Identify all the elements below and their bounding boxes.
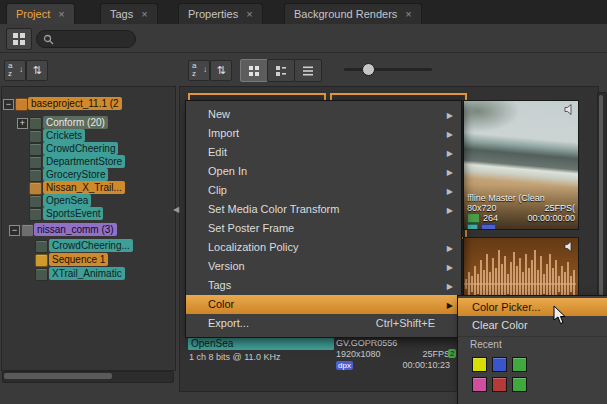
tree-row[interactable]: CrowdCheering...	[0, 239, 175, 252]
sort-order-icon: ⇅	[216, 64, 225, 76]
tree-row[interactable]: Nissan_X_Trail...	[0, 181, 175, 194]
slider-thumb[interactable]	[362, 63, 375, 76]
tree-row[interactable]: − baseproject_11.1 (2	[0, 97, 175, 110]
menu-item-import[interactable]: Import ▶	[186, 124, 461, 143]
count-badge: 2	[448, 349, 456, 358]
color-swatch[interactable]	[512, 357, 527, 372]
tab-properties[interactable]: Properties ×	[178, 3, 263, 24]
tree-row[interactable]: Crickets	[0, 129, 175, 142]
menu-item-localization-policy[interactable]: Localization Policy ▶	[186, 238, 461, 257]
horizontal-scrollbar[interactable]	[2, 371, 174, 383]
menu-item-label: Color	[208, 298, 234, 310]
submenu-arrow-icon: ▶	[447, 163, 453, 182]
grid-icon	[13, 33, 25, 45]
close-icon[interactable]: ×	[405, 9, 411, 20]
tree-item-label[interactable]: Conform (20)	[43, 116, 108, 129]
tree-row[interactable]: GroceryStore	[0, 168, 175, 181]
speaker-icon	[564, 241, 575, 252]
video-clip-thumbnail[interactable]: ffline Master (Clean 80x720 25FPS( 264 0…	[463, 100, 579, 230]
submenu-item-clear-color[interactable]: Clear Color	[458, 316, 607, 334]
tree-item-label[interactable]: XTrail_Animatic	[49, 267, 125, 280]
expander-icon[interactable]: −	[3, 99, 14, 110]
search-box[interactable]	[36, 30, 136, 48]
clip-timecode: 00:00:10:23	[402, 360, 450, 370]
menu-item-color[interactable]: Color ▶	[186, 295, 461, 314]
clip-title-overlay: ffline Master (Clean	[464, 193, 578, 203]
tree-row[interactable]: + Conform (20)	[0, 116, 175, 129]
clip-timecode: 00:00:00:00	[527, 213, 575, 223]
expander-icon[interactable]: −	[9, 225, 20, 236]
tree-item-label[interactable]: SportsEvent	[43, 207, 103, 220]
tag-chip	[467, 224, 478, 230]
clip-resolution: 80x720	[467, 203, 497, 213]
speaker-icon	[564, 104, 575, 115]
collapse-panel-arrow[interactable]: ◀	[173, 205, 179, 214]
tree-item-label[interactable]: Nissan_X_Trail...	[43, 181, 125, 194]
view-list-button[interactable]	[294, 59, 322, 82]
tree-row[interactable]: − nissan_comm (3)	[0, 223, 175, 236]
menu-item-set-poster-frame[interactable]: Set Poster Frame	[186, 219, 461, 238]
tree-row[interactable]: Sequence 1	[0, 253, 175, 266]
tree-row[interactable]: SportsEvent	[0, 207, 175, 220]
close-icon[interactable]: ×	[58, 9, 64, 20]
sort-alpha-button[interactable]: a z ↓	[4, 60, 26, 81]
thumbnail-size-slider[interactable]	[344, 68, 432, 71]
menu-item-version[interactable]: Version ▶	[186, 257, 461, 276]
close-icon[interactable]: ×	[141, 9, 147, 20]
sort-order-icon: ⇅	[32, 64, 41, 76]
thumbnail-view-icon	[248, 65, 260, 77]
audio-clip-name[interactable]: OpenSea	[188, 338, 334, 350]
sort-order-button[interactable]: ⇅	[26, 60, 48, 81]
sort-order-button[interactable]: ⇅	[210, 60, 232, 81]
tree-item-label[interactable]: Sequence 1	[49, 253, 108, 266]
close-icon[interactable]: ×	[246, 9, 252, 20]
recent-swatch-row	[458, 377, 607, 392]
menu-item-label: Tags	[208, 279, 231, 291]
tab-tags[interactable]: Tags ×	[100, 3, 158, 24]
tree-item-label[interactable]: OpenSea	[43, 194, 91, 207]
color-swatch[interactable]	[492, 357, 507, 372]
submenu-arrow-icon: ▶	[447, 144, 453, 163]
tree-row[interactable]: OpenSea	[0, 194, 175, 207]
search-input[interactable]	[58, 33, 129, 46]
tab-project[interactable]: Project ×	[6, 3, 75, 24]
submenu-arrow-icon: ▶	[447, 106, 453, 125]
tab-background-renders[interactable]: Background Renders ×	[284, 3, 422, 24]
layout-grid-button[interactable]	[6, 28, 32, 50]
tree-row[interactable]: DepartmentStore	[0, 155, 175, 168]
menu-item-new[interactable]: New ▶	[186, 105, 461, 124]
color-swatch[interactable]	[472, 377, 487, 392]
menu-item-open-in[interactable]: Open In ▶	[186, 162, 461, 181]
sequence-icon	[35, 254, 48, 267]
tree-item-label[interactable]: GroceryStore	[43, 168, 108, 181]
menu-shortcut: Ctrl+Shift+E	[376, 314, 435, 333]
clip-icon	[35, 240, 48, 253]
view-details-button[interactable]	[267, 59, 295, 82]
recent-colors-label: Recent	[458, 336, 607, 352]
arrow-down-icon: ↓	[203, 65, 207, 74]
tree-row[interactable]: XTrail_Animatic	[0, 267, 175, 280]
video-clip-name: GV.GOPR0556	[336, 338, 397, 348]
expander-icon[interactable]: +	[17, 118, 28, 129]
tree-item-label[interactable]: CrowdCheering	[43, 142, 118, 155]
scrollbar-thumb[interactable]	[4, 373, 112, 379]
tree-item-label[interactable]: baseproject_11.1 (2	[28, 97, 122, 110]
tree-item-label[interactable]: CrowdCheering...	[49, 239, 133, 252]
tree-item-label[interactable]: DepartmentStore	[43, 155, 125, 168]
sort-alpha-button[interactable]: a z ↓	[188, 60, 210, 81]
tree-item-label[interactable]: Crickets	[43, 129, 85, 142]
menu-item-set-media-color-transform[interactable]: Set Media Color Transform ▶	[186, 200, 461, 219]
submenu-arrow-icon: ▶	[447, 296, 453, 315]
menu-item-export[interactable]: Export... Ctrl+Shift+E	[186, 314, 461, 333]
view-thumbnails-button[interactable]	[240, 59, 268, 82]
menu-item-label: Export...	[208, 317, 249, 329]
menu-item-clip[interactable]: Clip ▶	[186, 181, 461, 200]
color-swatch[interactable]	[472, 357, 487, 372]
menu-item-tags[interactable]: Tags ▶	[186, 276, 461, 295]
tree-item-label[interactable]: nissan_comm (3)	[34, 223, 117, 236]
submenu-item-color-picker[interactable]: Color Picker...	[458, 298, 607, 316]
color-swatch[interactable]	[512, 377, 527, 392]
color-swatch[interactable]	[492, 377, 507, 392]
menu-item-edit[interactable]: Edit ▶	[186, 143, 461, 162]
tree-row[interactable]: CrowdCheering	[0, 142, 175, 155]
